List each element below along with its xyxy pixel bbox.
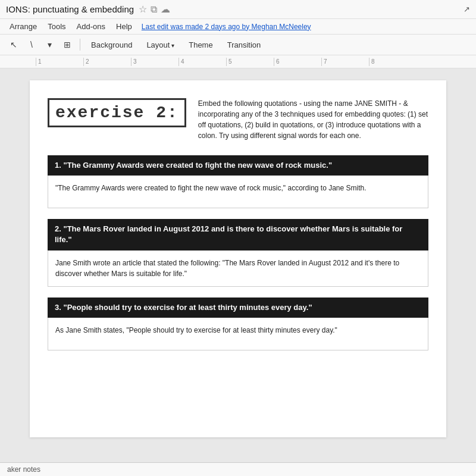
expand-icon[interactable]: ↗ (464, 5, 470, 14)
cloud-icon[interactable]: ☁ (161, 4, 170, 15)
ruler-mark-5: 5 (226, 58, 274, 66)
title-bar-right: ↗ (464, 5, 470, 14)
ruler: 1 2 3 4 5 6 7 8 (0, 55, 476, 68)
exercise-title: exercise 2: (48, 98, 186, 127)
question-block-3: 3. "People should try to exercise for at… (48, 298, 428, 350)
transition-button[interactable]: Transition (221, 39, 267, 51)
toolbar-dropdown-icon[interactable]: ▾ (42, 37, 57, 52)
copy-icon[interactable]: ⧉ (151, 4, 157, 15)
ruler-mark-1: 1 (36, 58, 83, 66)
menu-help[interactable]: Help (111, 20, 137, 33)
question-1-text: "The Grammy Awards were created to fight… (63, 161, 332, 170)
question-3-text: "People should try to exercise for at le… (63, 303, 312, 312)
question-block-2: 2. "The Mars Rover landed in August 2012… (48, 219, 428, 286)
question-3-answer[interactable]: As Jane Smith states, "People should try… (48, 318, 428, 350)
menu-addons[interactable]: Add-ons (72, 20, 110, 33)
speaker-notes-bar: aker notes (0, 462, 476, 476)
ruler-mark-7: 7 (321, 58, 369, 66)
document-title: IONS: punctuating & embedding (6, 4, 134, 14)
background-button[interactable]: Background (85, 39, 138, 51)
question-2-text: "The Mars Rover landed in August 2012 an… (55, 224, 402, 244)
layout-button[interactable]: Layout (140, 39, 180, 51)
toolbar-pen-icon[interactable]: \ (24, 37, 39, 52)
toolbar-cursor-icon[interactable]: ↖ (6, 37, 21, 52)
toolbar-separator (80, 39, 80, 51)
theme-button[interactable]: Theme (183, 39, 218, 51)
question-2-header: 2. "The Mars Rover landed in August 2012… (48, 219, 428, 250)
speaker-notes-label: aker notes (7, 465, 40, 474)
question-1-number: 1. (55, 161, 63, 170)
slide: exercise 2: Embed the following quotatio… (30, 80, 446, 437)
menu-bar: Arrange Tools Add-ons Help Last edit was… (0, 19, 476, 35)
main-area: exercise 2: Embed the following quotatio… (0, 68, 476, 476)
last-edit-link[interactable]: Last edit was made 2 days ago by Meghan … (142, 23, 311, 31)
ruler-mark-8: 8 (369, 58, 416, 66)
ruler-mark-4: 4 (178, 58, 226, 66)
question-1-header: 1. "The Grammy Awards were created to fi… (48, 155, 428, 176)
title-bar-icons: ☆ ⧉ ☁ (139, 4, 170, 15)
ruler-mark-2: 2 (83, 58, 131, 66)
ruler-mark-3: 3 (131, 58, 178, 66)
ruler-marks: 1 2 3 4 5 6 7 8 (36, 58, 476, 66)
ruler-mark-6: 6 (274, 58, 321, 66)
menu-arrange[interactable]: Arrange (5, 20, 42, 33)
question-3-header: 3. "People should try to exercise for at… (48, 298, 428, 318)
question-block-1: 1. "The Grammy Awards were created to fi… (48, 155, 428, 208)
exercise-instructions: Embed the following quotations - using t… (198, 98, 428, 141)
toolbar-grid-icon[interactable]: ⊞ (60, 37, 75, 52)
question-1-answer[interactable]: "The Grammy Awards were created to fight… (48, 176, 428, 208)
toolbar: ↖ \ ▾ ⊞ Background Layout Theme Transiti… (0, 35, 476, 55)
question-3-number: 3. (55, 303, 63, 312)
question-2-answer[interactable]: Jane Smith wrote an article that stated … (48, 250, 428, 287)
title-bar: IONS: punctuating & embedding ☆ ⧉ ☁ ↗ (0, 0, 476, 19)
star-icon[interactable]: ☆ (139, 4, 147, 15)
menu-tools[interactable]: Tools (43, 20, 70, 33)
exercise-header: exercise 2: Embed the following quotatio… (48, 98, 428, 141)
question-2-number: 2. (55, 224, 63, 233)
